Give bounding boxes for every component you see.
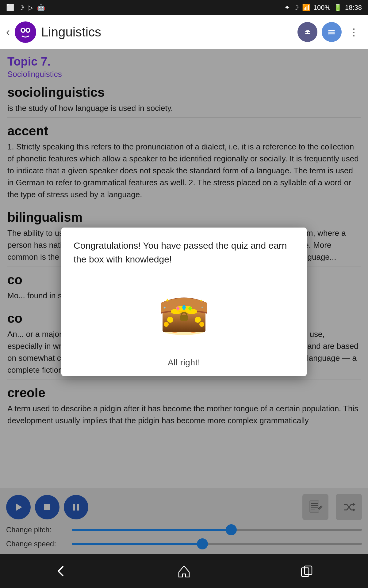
svg-point-29 [199, 322, 204, 327]
dialog-body: Congratulations! You have passed the qui… [61, 228, 307, 349]
dialog-image: ✦ ✦ ✦ ✦ [74, 272, 294, 343]
bluetooth-icon: ✦ [284, 4, 290, 12]
svg-point-2 [22, 29, 24, 32]
svg-text:✦: ✦ [165, 297, 170, 303]
nav-recent-icon [299, 564, 314, 579]
back-button[interactable]: ‹ [6, 26, 10, 39]
svg-text:✦: ✦ [199, 298, 203, 303]
svg-point-4 [27, 29, 29, 32]
moon-status-icon: ☽ [293, 4, 299, 12]
all-right-button[interactable]: All right! [61, 349, 307, 376]
svg-rect-51 [305, 566, 312, 575]
svg-point-26 [167, 317, 173, 323]
svg-point-0 [17, 24, 34, 41]
app-bar-actions: ? ⋮ [297, 22, 362, 42]
svg-point-27 [195, 317, 201, 323]
battery-percent: 100% [313, 4, 331, 12]
content-area: Topic 7. Sociolinguistics sociolinguisti… [0, 49, 368, 554]
svg-point-14 [328, 32, 329, 33]
quiz-icon: ? [302, 26, 313, 38]
svg-text:✦: ✦ [163, 306, 166, 310]
svg-point-15 [328, 33, 329, 34]
nav-back-button[interactable] [49, 559, 74, 583]
status-bar-right: ✦ ☽ 📶 100% 🔋 18:38 [284, 4, 362, 12]
wifi-icon: 📶 [302, 4, 310, 12]
modal-overlay: Congratulations! You have passed the qui… [0, 49, 368, 554]
dialog-button-row: All right! [61, 349, 307, 376]
battery-icon: 🔋 [334, 4, 342, 12]
status-bar: ⬜ ☽ ▷ 🤖 ✦ ☽ 📶 100% 🔋 18:38 [0, 0, 368, 15]
treasure-chest-icon: ✦ ✦ ✦ ✦ [153, 275, 215, 337]
screen-icon: ⬜ [6, 4, 14, 12]
bottom-nav [0, 554, 368, 588]
svg-text:✦: ✦ [201, 306, 203, 309]
svg-rect-50 [301, 568, 309, 576]
quiz-button[interactable]: ? [297, 22, 317, 42]
logo-icon [16, 23, 35, 41]
list-icon [326, 26, 338, 38]
congratulations-dialog: Congratulations! You have passed the qui… [61, 228, 307, 376]
list-button[interactable] [322, 22, 342, 42]
clock: 18:38 [345, 4, 362, 12]
dialog-message: Congratulations! You have passed the qui… [74, 239, 294, 266]
status-bar-left: ⬜ ☽ ▷ 🤖 [6, 4, 45, 12]
nav-back-icon [54, 564, 69, 579]
nav-home-button[interactable] [172, 559, 196, 583]
app-logo [15, 21, 36, 43]
app-bar: ‹ Linguistics ? [0, 15, 368, 49]
more-button[interactable]: ⋮ [346, 23, 362, 41]
nav-home-icon [176, 564, 192, 579]
moon-icon: ☽ [18, 4, 24, 12]
nav-recent-button[interactable] [294, 559, 319, 583]
android-icon: 🤖 [37, 4, 45, 12]
svg-point-28 [164, 322, 169, 327]
app-title: Linguistics [41, 25, 293, 40]
play-store-icon: ▷ [28, 4, 33, 12]
svg-rect-33 [180, 315, 188, 321]
svg-point-13 [328, 30, 329, 31]
